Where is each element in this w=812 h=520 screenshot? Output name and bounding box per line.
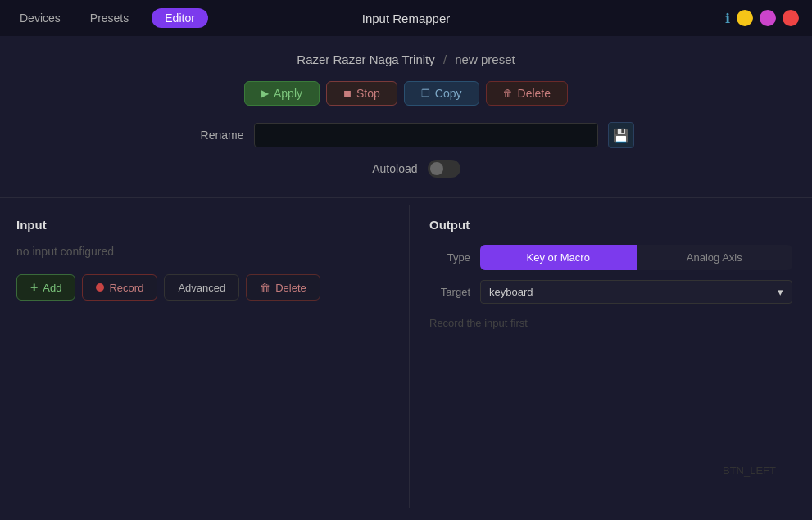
breadcrumb-preset: new preset bbox=[455, 52, 515, 66]
input-panel-title: Input bbox=[16, 218, 392, 232]
nav-presets[interactable]: Presets bbox=[84, 8, 135, 28]
type-key-or-macro-button[interactable]: Key or Macro bbox=[480, 245, 637, 270]
main-content: Razer Razer Naga Trinity / new preset ▶ … bbox=[0, 36, 812, 508]
trash2-icon: 🗑 bbox=[260, 282, 270, 294]
type-row: Type Key or Macro Analog Axis bbox=[429, 245, 792, 270]
output-panel: Output Type Key or Macro Analog Axis Tar… bbox=[410, 205, 812, 508]
trash-icon: 🗑 bbox=[503, 88, 513, 99]
form-section: Rename 💾 Autoload bbox=[0, 122, 812, 178]
yellow-circle-icon bbox=[737, 10, 753, 26]
advanced-button[interactable]: Advanced bbox=[164, 274, 239, 301]
nav-editor[interactable]: Editor bbox=[152, 8, 208, 28]
purple-circle-icon bbox=[760, 10, 776, 26]
record-button[interactable]: Record bbox=[82, 274, 157, 301]
nav-items: Devices Presets Editor bbox=[13, 8, 208, 28]
btn-left-label: BTN_LEFT bbox=[723, 464, 776, 477]
info-icon[interactable]: ℹ bbox=[725, 11, 730, 26]
advanced-label: Advanced bbox=[178, 282, 225, 294]
autoload-row: Autoload bbox=[352, 160, 460, 178]
output-footer: Record the input first bbox=[429, 317, 792, 329]
output-panel-title: Output bbox=[429, 218, 792, 232]
apply-button[interactable]: ▶ Apply bbox=[244, 81, 320, 106]
breadcrumb-separator: / bbox=[443, 52, 447, 66]
delete-button[interactable]: 🗑 Delete bbox=[486, 81, 568, 106]
output-preview: BTN_LEFT bbox=[429, 329, 792, 493]
stop-label: Stop bbox=[356, 87, 380, 100]
autoload-toggle[interactable] bbox=[428, 160, 460, 178]
nav-devices[interactable]: Devices bbox=[13, 8, 67, 28]
target-label: Target bbox=[429, 286, 470, 298]
autoload-label: Autoload bbox=[352, 162, 418, 175]
record-label: Record bbox=[109, 282, 143, 294]
input-delete-label: Delete bbox=[275, 282, 306, 294]
target-dropdown[interactable]: keyboard ▾ bbox=[480, 280, 792, 304]
apply-label: Apply bbox=[274, 87, 302, 100]
rename-input[interactable] bbox=[254, 123, 598, 147]
red-circle-icon bbox=[783, 10, 799, 26]
add-button[interactable]: + Add bbox=[16, 274, 75, 301]
copy-button[interactable]: ❐ Copy bbox=[404, 81, 479, 106]
action-row: + Add Record Advanced 🗑 Delete bbox=[16, 274, 392, 301]
stop-button[interactable]: ◼ Stop bbox=[326, 81, 397, 106]
target-value: keyboard bbox=[489, 286, 533, 298]
breadcrumb-device: Razer Razer Naga Trinity bbox=[297, 52, 434, 66]
record-hint: Record the input first bbox=[429, 317, 792, 329]
play-icon: ▶ bbox=[261, 88, 269, 99]
no-input-text: no input configured bbox=[16, 245, 392, 258]
type-analog-axis-button[interactable]: Analog Axis bbox=[637, 245, 793, 270]
chevron-down-icon: ▾ bbox=[778, 286, 783, 298]
input-panel: Input no input configured + Add Record A… bbox=[0, 205, 410, 508]
save-button[interactable]: 💾 bbox=[608, 122, 634, 148]
breadcrumb: Razer Razer Naga Trinity / new preset bbox=[0, 52, 812, 66]
record-dot-icon bbox=[96, 283, 104, 292]
add-label: Add bbox=[43, 282, 61, 294]
input-delete-button[interactable]: 🗑 Delete bbox=[246, 274, 320, 301]
copy-label: Copy bbox=[435, 87, 462, 100]
delete-label: Delete bbox=[518, 87, 551, 100]
topnav: Devices Presets Editor Input Remapper ℹ bbox=[0, 0, 812, 36]
stop-icon: ◼ bbox=[343, 88, 352, 99]
toolbar: ▶ Apply ◼ Stop ❐ Copy 🗑 Delete bbox=[0, 81, 812, 106]
panels: Input no input configured + Add Record A… bbox=[0, 205, 812, 508]
rename-row: Rename 💾 bbox=[179, 122, 634, 148]
plus-icon: + bbox=[30, 280, 38, 295]
divider bbox=[0, 197, 812, 198]
topnav-icons: ℹ bbox=[725, 10, 799, 26]
app-title: Input Remapper bbox=[362, 11, 451, 25]
type-buttons: Key or Macro Analog Axis bbox=[480, 245, 792, 270]
copy-icon: ❐ bbox=[421, 88, 430, 99]
target-row: Target keyboard ▾ bbox=[429, 280, 792, 304]
rename-label: Rename bbox=[179, 129, 244, 142]
type-label: Type bbox=[429, 251, 470, 264]
